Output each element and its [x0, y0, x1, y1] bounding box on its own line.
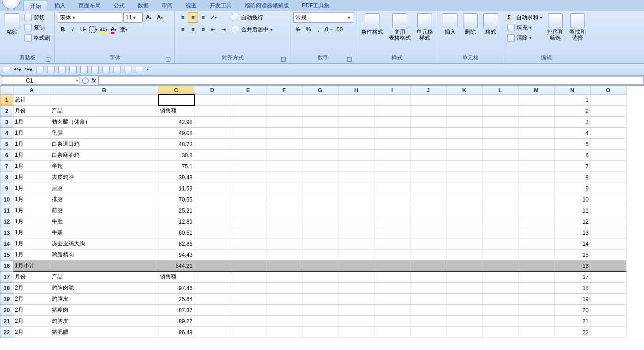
cell-B19[interactable]: 鸡脖皮	[50, 294, 158, 305]
cell-M8[interactable]	[518, 172, 554, 183]
cell-J21[interactable]	[410, 316, 446, 327]
tab-6[interactable]: 视图	[179, 0, 203, 11]
row-header-20[interactable]: 20	[0, 305, 13, 316]
cell-J4[interactable]	[410, 128, 446, 139]
cell-I1[interactable]	[374, 95, 410, 106]
cell-G6[interactable]	[302, 150, 338, 161]
cell-F9[interactable]	[266, 183, 302, 194]
cell-C1[interactable]	[158, 95, 194, 106]
cell-I15[interactable]	[374, 249, 410, 261]
cell-O13[interactable]	[590, 227, 626, 238]
cell-F15[interactable]	[266, 249, 302, 261]
cell-G9[interactable]	[302, 183, 338, 194]
cell-K14[interactable]	[446, 238, 482, 249]
cell-K18[interactable]	[446, 283, 482, 294]
cell-L18[interactable]	[482, 283, 518, 294]
cell-L12[interactable]	[482, 216, 518, 227]
cell-G2[interactable]	[302, 106, 338, 117]
cell-G12[interactable]	[302, 216, 338, 227]
col-header-L[interactable]: L	[482, 86, 518, 95]
row-header-16[interactable]: 16	[0, 261, 13, 272]
cell-I12[interactable]	[374, 216, 410, 227]
qat-icon[interactable]	[102, 66, 110, 73]
row-header-18[interactable]: 18	[0, 283, 13, 294]
cell-L6[interactable]	[482, 150, 518, 161]
cell-M7[interactable]	[518, 161, 554, 172]
cell-E10[interactable]	[230, 194, 266, 205]
cell-G11[interactable]	[302, 205, 338, 216]
cell-M18[interactable]	[518, 283, 554, 294]
cell-L11[interactable]	[482, 205, 518, 216]
cell-B7[interactable]: 半翅	[50, 161, 158, 172]
cell-B1[interactable]	[50, 95, 158, 106]
cell-A15[interactable]: 1月	[13, 249, 50, 261]
cell-H13[interactable]	[338, 227, 374, 238]
cell-C13[interactable]: 60.51	[158, 227, 194, 238]
format-painter-button[interactable]: 格式刷	[23, 33, 52, 43]
cell-L21[interactable]	[482, 316, 518, 327]
cell-I8[interactable]	[374, 172, 410, 183]
row-header-6[interactable]: 6	[0, 150, 13, 161]
cell-N4[interactable]: 4	[554, 128, 590, 139]
cell-O9[interactable]	[590, 183, 626, 194]
number-format-combo[interactable]: 常规▾	[293, 12, 353, 23]
cell-B9[interactable]: 后腱	[50, 183, 158, 194]
cell-A8[interactable]: 1月	[13, 172, 50, 183]
cell-B10[interactable]: 排腱	[50, 194, 158, 205]
cell-E22[interactable]	[230, 327, 266, 338]
cell-K4[interactable]	[446, 128, 482, 139]
cell-G15[interactable]	[302, 249, 338, 261]
italic-button[interactable]: I	[68, 24, 78, 35]
insert-cells-button[interactable]: 插入	[441, 12, 459, 36]
cell-M9[interactable]	[518, 183, 554, 194]
tab-2[interactable]: 页面布局	[72, 0, 107, 11]
cell-O16[interactable]	[590, 261, 626, 272]
cell-C19[interactable]: 25.64	[158, 294, 194, 305]
col-header-K[interactable]: K	[446, 86, 482, 95]
fill-button[interactable]: 填充▾	[506, 23, 543, 33]
phonetic-button[interactable]: 变▾	[119, 24, 129, 35]
fill-color-button[interactable]: ab▾	[98, 24, 108, 35]
cell-F6[interactable]	[266, 150, 302, 161]
col-header-I[interactable]: I	[374, 86, 410, 95]
row-header-13[interactable]: 13	[0, 227, 13, 238]
cell-E2[interactable]	[230, 106, 266, 117]
cell-L5[interactable]	[482, 139, 518, 150]
cell-C3[interactable]: 42.98	[158, 117, 194, 128]
qat-icon[interactable]	[114, 66, 121, 73]
cell-D1[interactable]	[194, 95, 230, 106]
col-header-F[interactable]: F	[266, 86, 302, 95]
cell-N19[interactable]: 19	[554, 294, 590, 305]
cell-J1[interactable]	[410, 95, 446, 106]
launcher-icon[interactable]: ↘	[347, 57, 352, 62]
cell-N2[interactable]: 2	[554, 106, 590, 117]
cell-H6[interactable]	[338, 150, 374, 161]
cell-B6[interactable]: 白条麻油鸡	[50, 150, 158, 161]
cell-M14[interactable]	[518, 238, 554, 249]
row-header-1[interactable]: 1	[0, 95, 13, 106]
cell-I19[interactable]	[374, 294, 410, 305]
cell-J7[interactable]	[410, 161, 446, 172]
circle-icon[interactable]	[82, 77, 89, 84]
cut-button[interactable]: 剪切	[23, 12, 52, 23]
cell-A18[interactable]: 2月	[13, 283, 50, 294]
new-icon[interactable]	[47, 66, 54, 73]
cell-B20[interactable]: 猪瘦肉	[50, 305, 158, 316]
cell-E9[interactable]	[230, 183, 266, 194]
cell-L7[interactable]	[482, 161, 518, 172]
cell-E8[interactable]	[230, 172, 266, 183]
cell-K13[interactable]	[446, 227, 482, 238]
cell-G22[interactable]	[302, 327, 338, 338]
align-top-button[interactable]: ≡	[178, 12, 188, 23]
cell-B17[interactable]: 产品	[50, 272, 158, 283]
cell-A14[interactable]: 1月	[13, 238, 50, 249]
cell-M15[interactable]	[518, 249, 554, 261]
cell-N17[interactable]: 17	[554, 272, 590, 283]
cell-I6[interactable]	[374, 150, 410, 161]
cell-G14[interactable]	[302, 238, 338, 249]
cell-K9[interactable]	[446, 183, 482, 194]
cell-F22[interactable]	[266, 327, 302, 338]
cell-G21[interactable]	[302, 316, 338, 327]
cell-F3[interactable]	[266, 117, 302, 128]
cell-C18[interactable]: 97.46	[158, 283, 194, 294]
